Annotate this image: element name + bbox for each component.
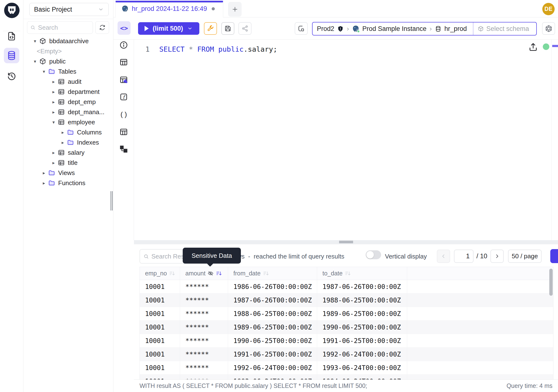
project-selector[interactable]: Basic Project <box>29 3 109 16</box>
tree-item-public[interactable]: ▾public <box>23 56 113 66</box>
sort-icon[interactable] <box>169 270 175 277</box>
cell-amount[interactable]: ****** <box>180 294 228 307</box>
cell-to_date[interactable]: 1992-06-24T00:00:00Z <box>317 348 407 361</box>
code-line[interactable]: 1SELECT * FROM public.salary; <box>134 44 277 54</box>
caret-right-icon[interactable]: ▸ <box>50 160 57 165</box>
tree-item-views[interactable]: ▸Views <box>23 168 113 178</box>
page-number-input[interactable] <box>454 250 473 263</box>
cell-amount[interactable]: ****** <box>180 334 228 347</box>
cell-from_date[interactable]: 1991-06-25T00:00:00Z <box>228 348 317 361</box>
caret-right-icon[interactable]: ▸ <box>40 170 48 175</box>
table-icon[interactable] <box>119 58 128 67</box>
column-header-emp_no[interactable]: emp_no <box>140 267 180 280</box>
splitter-drag-handle[interactable] <box>339 241 353 244</box>
column-header-to_date[interactable]: to_date <box>317 267 407 280</box>
caret-right-icon[interactable]: ▸ <box>50 109 57 115</box>
caret-down-icon[interactable]: ▾ <box>31 59 39 64</box>
tree-item-dept-emp[interactable]: ▸dept_emp <box>23 97 113 107</box>
format-sql-button[interactable] <box>204 22 217 35</box>
tree-item-tables[interactable]: ▾Tables <box>23 66 113 77</box>
new-tab-button[interactable] <box>228 2 242 17</box>
sidebar-search-input[interactable] <box>38 24 90 31</box>
cell-from_date[interactable]: 1992-06-24T00:00:00Z <box>228 361 317 374</box>
cell-to_date[interactable]: 1993-06-24T00:00:00Z <box>317 361 407 374</box>
tree-item-employee[interactable]: ▾employee <box>23 117 113 127</box>
upload-icon[interactable] <box>528 42 538 52</box>
results-scrollbar[interactable] <box>549 269 553 296</box>
table-row[interactable]: 10001******1993-06-24T00:00:00Z1994-06-2… <box>140 375 553 379</box>
tree-item-salary[interactable]: ▸salary <box>23 148 113 158</box>
caret-right-icon[interactable]: ▸ <box>50 79 57 84</box>
caret-down-icon[interactable]: ▾ <box>50 120 57 125</box>
export-button[interactable] <box>550 249 558 263</box>
table-row[interactable]: 10001******1991-06-25T00:00:00Z1992-06-2… <box>140 348 553 361</box>
cell-emp_no[interactable]: 10001 <box>140 294 180 307</box>
cell-from_date[interactable]: 1993-06-24T00:00:00Z <box>228 375 317 379</box>
cell-to_date[interactable]: 1991-06-25T00:00:00Z <box>317 334 407 347</box>
info-icon[interactable] <box>119 41 128 50</box>
next-page-button[interactable] <box>490 250 504 263</box>
prev-page-button[interactable] <box>437 250 450 263</box>
sidebar-search[interactable] <box>27 21 93 34</box>
cell-amount[interactable]: ****** <box>180 307 228 320</box>
caret-right-icon[interactable]: ▸ <box>50 89 57 94</box>
page-size-select[interactable]: 50 / page <box>508 250 541 263</box>
cell-amount[interactable]: ****** <box>180 321 228 334</box>
cell-emp_no[interactable]: 10001 <box>140 307 180 320</box>
table-row[interactable]: 10001******1987-06-26T00:00:00Z1988-06-2… <box>140 294 553 307</box>
caret-right-icon[interactable]: ▸ <box>50 99 57 105</box>
cell-emp_no[interactable]: 10001 <box>140 280 180 293</box>
cell-emp_no[interactable]: 10001 <box>140 375 180 379</box>
tree-item-indexes[interactable]: ▸Indexes <box>23 137 113 148</box>
cell-from_date[interactable]: 1990-06-25T00:00:00Z <box>228 334 317 347</box>
table-row[interactable]: 10001******1986-06-26T00:00:00Z1987-06-2… <box>140 280 553 294</box>
tree-item-department[interactable]: ▸department <box>23 87 113 97</box>
schema-flow-icon[interactable] <box>119 145 128 154</box>
cell-from_date[interactable]: 1986-06-26T00:00:00Z <box>228 280 317 293</box>
tree-item-audit[interactable]: ▸audit <box>23 77 113 87</box>
cell-from_date[interactable]: 1987-06-26T00:00:00Z <box>228 294 317 307</box>
sort-icon[interactable] <box>345 270 351 277</box>
table-row[interactable]: 10001******1989-06-25T00:00:00Z1990-06-2… <box>140 321 553 334</box>
bytebase-logo[interactable] <box>4 2 20 18</box>
cell-to_date[interactable]: 1987-06-26T00:00:00Z <box>317 280 407 293</box>
worksheet-tab[interactable]: hr_prod 2024-11-22 16:49 <box>115 0 223 17</box>
cell-from_date[interactable]: 1988-06-25T00:00:00Z <box>228 307 317 320</box>
cell-amount[interactable]: ****** <box>180 361 228 374</box>
cell-to_date[interactable]: 1988-06-25T00:00:00Z <box>317 294 407 307</box>
cell-to_date[interactable]: 1994-06-24T00:00:00Z <box>317 375 407 379</box>
cell-emp_no[interactable]: 10001 <box>140 348 180 361</box>
tree-item-bbdataarchive[interactable]: ▾bbdataarchive <box>23 36 113 46</box>
sidebar-refresh-button[interactable] <box>95 21 109 34</box>
sort-icon[interactable] <box>216 270 222 277</box>
caret-right-icon[interactable]: ▸ <box>50 150 57 155</box>
column-header-from_date[interactable]: from_date <box>228 267 317 280</box>
tree-item-title[interactable]: ▸title <box>23 158 113 168</box>
sort-icon[interactable] <box>263 270 269 277</box>
sidebar-resize-handle[interactable] <box>111 191 113 210</box>
table-row[interactable]: 10001******1992-06-24T00:00:00Z1993-06-2… <box>140 361 553 375</box>
table-icon[interactable] <box>119 127 128 136</box>
caret-right-icon[interactable]: ▸ <box>40 180 48 186</box>
caret-right-icon[interactable]: ▸ <box>59 140 66 145</box>
tree-item-dept-mana[interactable]: ▸dept_mana... <box>23 107 113 117</box>
cell-amount[interactable]: ****** <box>180 348 228 361</box>
ai-assistant-button[interactable] <box>542 22 555 35</box>
avatar[interactable]: DE <box>542 3 555 15</box>
function-icon[interactable]: f <box>119 92 128 101</box>
caret-right-icon[interactable]: ▸ <box>59 130 66 135</box>
caret-down-icon[interactable]: ▾ <box>31 38 39 44</box>
save-sheet-button[interactable] <box>221 22 234 35</box>
results-splitter[interactable] <box>134 240 558 244</box>
rail-history-button[interactable] <box>4 69 19 84</box>
cell-emp_no[interactable]: 10001 <box>140 321 180 334</box>
caret-down-icon[interactable]: ▾ <box>40 69 48 74</box>
rail-worksheet-button[interactable] <box>4 28 19 44</box>
cell-emp_no[interactable]: 10001 <box>140 334 180 347</box>
cell-from_date[interactable]: 1989-06-25T00:00:00Z <box>228 321 317 334</box>
share-sheet-button[interactable] <box>238 22 252 35</box>
cell-to_date[interactable]: 1989-06-25T00:00:00Z <box>317 307 407 320</box>
cell-to_date[interactable]: 1990-06-25T00:00:00Z <box>317 321 407 334</box>
cell-amount[interactable]: ****** <box>180 375 228 379</box>
code-panel-toggle[interactable]: <> <box>118 21 131 35</box>
